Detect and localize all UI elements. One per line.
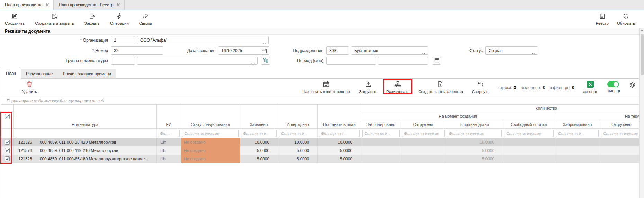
settings-button[interactable] (629, 81, 636, 89)
grid-header: Номенклатура ЕИ Статус разузлования Заяв… (1, 105, 639, 128)
column-header-status[interactable]: Статус разузлования (181, 105, 240, 128)
window-tab-plan[interactable]: План производства (0, 0, 54, 10)
department-code-field[interactable]: 303 (326, 46, 349, 55)
filter-input-unit[interactable] (158, 130, 180, 137)
plan-grid: Номенклатура ЕИ Статус разузлования Заяв… (1, 104, 639, 163)
close-button[interactable]: Закрыть (84, 13, 100, 25)
nomenclature-tree-button[interactable] (261, 57, 270, 65)
organization-label: * Организация (21, 36, 108, 44)
column-header-unit[interactable]: ЕИ (157, 105, 181, 128)
row-checkbox[interactable] (5, 140, 10, 145)
filter-input-reserved-creation[interactable] (362, 130, 400, 137)
nomenclature-cell: 121328000.4859. 011.000-65-180 Металлору… (14, 155, 157, 163)
in-production-cell: 5.0000 (446, 146, 503, 155)
table-row[interactable]: 121325000.4859. 011.000-38-420 Металлору… (1, 138, 639, 146)
filter-input-status[interactable] (182, 130, 239, 137)
tab-close-icon[interactable] (46, 3, 49, 7)
status-label: Статус (435, 46, 483, 55)
nomenclature-group-select[interactable] (137, 57, 258, 65)
reserved-creation-cell (361, 155, 401, 163)
reserved-current-cell (555, 155, 600, 163)
vertical-scrollbar[interactable] (639, 28, 644, 198)
column-header-shipped-creation[interactable]: Отгружено (401, 120, 446, 128)
filter-input-in-production[interactable] (447, 130, 502, 137)
chevron-down-icon (262, 40, 266, 44)
reserved-current-cell (555, 146, 600, 155)
tab-close-icon[interactable] (117, 3, 120, 7)
save-close-button[interactable]: Сохранить и закрыть (35, 13, 74, 25)
column-header-shipped-current[interactable]: Отгружено (600, 120, 639, 128)
create-quality-maps-button[interactable]: Создать карты качества (418, 81, 463, 94)
department-select[interactable]: Бухгалтерия (351, 46, 428, 55)
column-header-in-production[interactable]: В производство (446, 120, 503, 128)
chevron-down-icon (251, 60, 255, 65)
row-select-cell[interactable] (1, 146, 14, 155)
filter-input-shipped-current[interactable] (601, 130, 639, 137)
load-button[interactable]: Загрузить (359, 81, 377, 94)
collapse-icon (477, 81, 484, 88)
operations-button[interactable]: Операции (110, 13, 129, 25)
number-label: * Номер (21, 46, 108, 55)
scrollbar-thumb[interactable] (641, 34, 644, 75)
organization-code-field[interactable]: 1 (111, 36, 135, 44)
select-all-checkbox[interactable] (5, 114, 10, 119)
registry-button[interactable]: Реестр (596, 13, 609, 25)
declared-cell: 10.0000 (240, 138, 278, 146)
select-all-cell[interactable] (1, 105, 14, 128)
window-tab-registry[interactable]: План производства - Реестр (54, 0, 125, 10)
delete-button[interactable]: Удалить (22, 81, 37, 94)
shipped-creation-cell (401, 155, 446, 163)
filter-input-nomenclature[interactable] (15, 130, 155, 137)
column-header-reserved-creation[interactable]: Забронировано (361, 120, 401, 128)
column-header-reserved-current[interactable]: Забронировано (555, 120, 600, 128)
number-field[interactable]: 32 (111, 46, 163, 55)
save-close-icon (51, 13, 58, 20)
save-button[interactable]: Сохранить (5, 13, 25, 25)
plan-tab-panel: Удалить Назначить ответственных Загрузит… (1, 78, 639, 198)
filter-toggle[interactable]: фильтр (607, 81, 620, 93)
column-header-declared[interactable]: Заявлено (240, 105, 278, 128)
period-to-field[interactable] (378, 57, 428, 65)
column-header-to-plan[interactable]: Поставить в план (318, 105, 361, 128)
refresh-button[interactable]: Обновить (617, 13, 635, 25)
filter-input-reserved-current[interactable] (556, 130, 599, 137)
row-select-cell[interactable] (1, 138, 14, 146)
filter-input-free-rest[interactable] (504, 130, 554, 137)
filter-input-declared[interactable] (241, 130, 277, 137)
nomenclature-group-code-field[interactable] (111, 57, 135, 65)
column-header-free-rest[interactable]: Свободный остаток (503, 120, 555, 128)
in-production-cell: 10.0000 (446, 138, 503, 146)
filter-input-approved[interactable] (279, 130, 316, 137)
group-by-hint: Перетащите сюда колонку для группировки … (1, 97, 639, 104)
column-header-nomenclature[interactable]: Номенклатура (14, 105, 157, 128)
filter-input-to-plan[interactable] (319, 130, 360, 137)
quantity-band: Количество На момент создания На текущий… (361, 105, 639, 128)
period-from-field[interactable] (326, 57, 376, 65)
tab-time-balance[interactable]: Расчёт баланса времени (58, 69, 116, 79)
row-checkbox[interactable] (5, 148, 10, 153)
unravel-button[interactable]: Разузловать (386, 81, 409, 94)
organization-select[interactable]: ООО "Альфа" (137, 36, 269, 44)
refresh-icon (623, 13, 629, 20)
period-calendar-button[interactable] (432, 57, 441, 65)
collapse-button[interactable]: Свернуть (472, 81, 489, 94)
column-header-approved[interactable]: Утверждено (278, 105, 318, 128)
scroll-up-icon[interactable] (640, 28, 644, 33)
export-button[interactable]: экспорт (583, 81, 598, 94)
row-checkbox[interactable] (5, 156, 10, 161)
filter-input-shipped-creation[interactable] (402, 130, 445, 137)
chevron-down-icon (532, 50, 535, 55)
tab-unravel[interactable]: Разузлование (21, 69, 58, 79)
links-button[interactable]: Связки (139, 13, 152, 25)
assign-responsible-button[interactable]: Назначить ответственных (303, 81, 350, 94)
row-select-cell[interactable] (1, 155, 14, 163)
calendar-icon[interactable] (262, 48, 267, 55)
status-badge: Не создано (181, 138, 240, 146)
filter-icon[interactable] (607, 81, 619, 87)
tab-plan[interactable]: План (1, 69, 21, 79)
table-row[interactable]: 121576000.4859. 011.000-119-210 Металлор… (1, 146, 639, 155)
table-row[interactable]: 121328000.4859. 011.000-65-180 Металлору… (1, 155, 639, 163)
status-select[interactable]: Создан (485, 46, 538, 55)
creation-date-field[interactable]: 16.10.2025 (218, 46, 269, 55)
status-badge: Не создано (181, 155, 240, 163)
